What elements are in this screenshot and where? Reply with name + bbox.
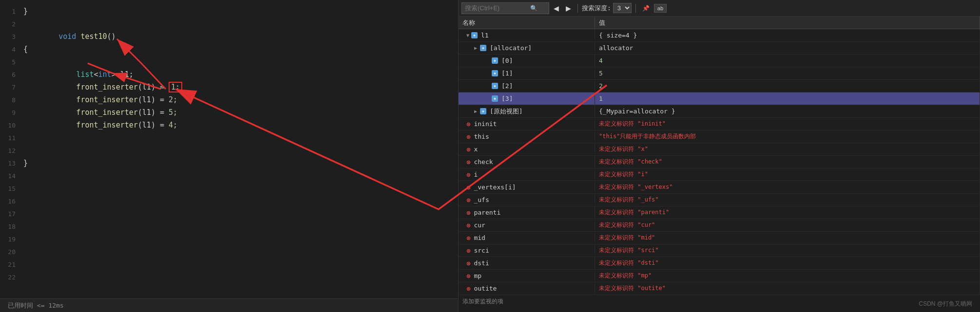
error-icon: ⊗ xyxy=(466,247,470,255)
debug-cell-value: 未定义标识符 "srci" xyxy=(595,244,980,257)
debug-cell-value: 5 xyxy=(595,67,980,79)
code-line-21: 21 xyxy=(0,258,458,271)
toolbar-separator-2 xyxy=(635,4,636,13)
line-number: 5 xyxy=(0,58,23,66)
debug-row-1[interactable]: ◈ [1] 5 xyxy=(459,67,980,80)
line-number: 12 xyxy=(0,147,23,154)
debug-cell-value: { size=4 } xyxy=(595,29,980,41)
debug-cell-name: ⊗ parenti xyxy=(459,206,595,219)
debug-row-vertexs[interactable]: ⊗ _vertexs[i] 未定义标识符 "_vertexs" xyxy=(459,181,980,194)
var-name: [0] xyxy=(501,57,513,64)
add-watch-row[interactable]: 添加要监视的项 xyxy=(459,295,980,308)
line-number: 4 xyxy=(0,46,23,53)
var-value: 未定义标识符 "dsti" xyxy=(599,259,659,267)
error-icon: ⊗ xyxy=(466,209,470,217)
var-value: 未定义标识符 "parenti" xyxy=(599,208,669,217)
debug-row-parenti[interactable]: ⊗ parenti 未定义标识符 "parenti" xyxy=(459,206,980,219)
expand-icon[interactable]: ▼ xyxy=(466,33,469,38)
line-number: 20 xyxy=(0,248,23,256)
debug-cell-name: ⊗ outite xyxy=(459,282,595,294)
var-name: this xyxy=(474,133,489,140)
nav-back-button[interactable]: ◀ xyxy=(551,3,561,13)
error-icon: ⊗ xyxy=(466,184,470,191)
debug-cell-name: ⊗ _vertexs[i] xyxy=(459,181,595,193)
expand-icon[interactable]: ▶ xyxy=(474,109,477,114)
debug-row-x[interactable]: ⊗ x 未定义标识符 "x" xyxy=(459,143,980,156)
list-icon: ◈ xyxy=(492,83,498,89)
nav-forward-button[interactable]: ▶ xyxy=(563,3,574,13)
code-content-area: 1 } 2 3 void test10() 4 { 5 6 list<int> … xyxy=(0,0,458,288)
debug-row-l1[interactable]: ▼ ◈ l1 { size=4 } xyxy=(459,29,980,42)
debug-cell-value: 未定义标识符 "i" xyxy=(595,168,980,181)
debug-row-mid[interactable]: ⊗ mid 未定义标识符 "mid" xyxy=(459,232,980,244)
debug-row-allocator[interactable]: ▶ ◈ [allocator] allocator xyxy=(459,42,980,55)
debug-cell-name: ▶ ◈ [allocator] xyxy=(459,42,595,54)
var-name: srci xyxy=(474,247,489,254)
list-icon: ◈ xyxy=(480,108,486,114)
pin-button[interactable]: 📌 xyxy=(640,4,652,13)
toolbar-separator xyxy=(577,4,578,13)
debug-cell-name: ⊗ check xyxy=(459,156,595,168)
debug-cell-value: {_Mypair=allocator } xyxy=(595,105,980,117)
debug-row-0[interactable]: ◈ [0] 4 xyxy=(459,55,980,67)
line-number: 8 xyxy=(0,96,23,104)
line-number: 6 xyxy=(0,71,23,78)
list-icon: ◈ xyxy=(492,57,498,64)
debug-row-ininit[interactable]: ⊗ ininit 未定义标识符 "ininit" xyxy=(459,118,980,130)
debug-row-i[interactable]: ⊗ i 未定义标识符 "i" xyxy=(459,168,980,181)
debug-cell-name: ⊗ ininit xyxy=(459,118,595,130)
var-value: 未定义标识符 "i" xyxy=(599,170,648,179)
error-icon: ⊗ xyxy=(466,234,470,242)
var-name: [1] xyxy=(501,70,513,77)
var-name: parenti xyxy=(474,209,500,216)
var-value: 未定义标识符 "srci" xyxy=(599,246,659,255)
debug-row-ufs[interactable]: ⊗ _ufs 未定义标识符 "_ufs" xyxy=(459,194,980,206)
filter-button[interactable]: ab xyxy=(654,4,667,13)
depth-selector[interactable]: 3 1 2 4 5 xyxy=(613,3,632,13)
debug-cell-value: 未定义标识符 "mid" xyxy=(595,232,980,244)
var-name: [3] xyxy=(501,95,513,102)
var-name: mp xyxy=(474,272,481,279)
debug-row-outite[interactable]: ⊗ outite 未定义标识符 "outite" xyxy=(459,282,980,295)
search-icon[interactable]: 🔍 xyxy=(530,5,538,12)
add-watch-text: 添加要监视的项 xyxy=(462,297,503,306)
debug-row-this[interactable]: ⊗ this "this"只能用于非静态成员函数内部 xyxy=(459,130,980,143)
debug-cell-name: ◈ [1] xyxy=(459,67,595,79)
var-name: outite xyxy=(474,285,497,292)
search-box[interactable]: 🔍 xyxy=(461,2,549,14)
debug-row-2[interactable]: ◈ [2] 2 xyxy=(459,80,980,92)
code-line-14: 14 xyxy=(0,169,458,182)
code-line-16: 16 xyxy=(0,195,458,207)
debug-row-rawview[interactable]: ▶ ◈ [原始视图] {_Mypair=allocator } xyxy=(459,105,980,118)
code-token: } xyxy=(23,7,28,16)
debug-row-cur[interactable]: ⊗ cur 未定义标识符 "cur" xyxy=(459,219,980,232)
var-name: check xyxy=(474,158,493,165)
var-value: 2 xyxy=(599,82,603,90)
debug-row-3[interactable]: ◈ [3] 1 xyxy=(459,92,980,105)
var-name: dsti xyxy=(474,259,489,267)
code-line-17: 17 xyxy=(0,207,458,220)
var-name: _ufs xyxy=(474,196,489,203)
var-name: [原始视图] xyxy=(490,107,523,116)
code-line-18: 18 xyxy=(0,220,458,233)
line-number: 7 xyxy=(0,84,23,91)
debug-row-mp[interactable]: ⊗ mp 未定义标识符 "mp" xyxy=(459,270,980,282)
debug-cell-value: 未定义标识符 "check" xyxy=(595,156,980,168)
var-value: 5 xyxy=(599,70,603,77)
line-number: 19 xyxy=(0,236,23,243)
header-name: 名称 xyxy=(459,17,595,29)
debug-cell-name: ◈ [3] xyxy=(459,92,595,105)
error-icon: ⊗ xyxy=(466,133,470,141)
debug-row-dsti[interactable]: ⊗ dsti 未定义标识符 "dsti" xyxy=(459,257,980,270)
debug-row-srci[interactable]: ⊗ srci 未定义标识符 "srci" xyxy=(459,244,980,257)
debug-cell-name: ◈ [0] xyxy=(459,55,595,67)
var-value: allocator xyxy=(599,44,633,52)
search-input[interactable] xyxy=(465,4,528,12)
debug-cell-value: 未定义标识符 "cur" xyxy=(595,219,980,231)
error-icon: ⊗ xyxy=(466,196,470,204)
var-name: x xyxy=(474,146,478,153)
debug-row-check[interactable]: ⊗ check 未定义标识符 "check" xyxy=(459,156,980,168)
error-icon: ⊗ xyxy=(466,158,470,166)
var-name: [2] xyxy=(501,82,513,90)
expand-icon[interactable]: ▶ xyxy=(474,45,477,51)
